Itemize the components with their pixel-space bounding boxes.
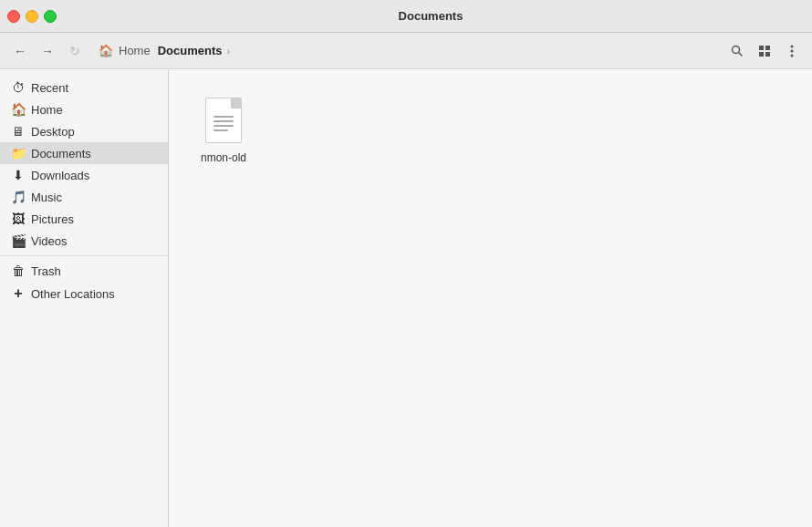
- pictures-icon: 🖼: [11, 212, 26, 226]
- sidebar-label-pictures: Pictures: [31, 212, 157, 226]
- sidebar-label-music: Music: [31, 191, 157, 204]
- sidebar-item-trash[interactable]: 🗑 Trash: [0, 260, 168, 282]
- svg-point-8: [791, 54, 794, 57]
- sidebar-item-documents[interactable]: 📁 Documents: [0, 142, 168, 164]
- svg-line-1: [739, 52, 743, 56]
- sidebar-item-downloads[interactable]: ⬇ Downloads: [0, 164, 168, 186]
- search-icon: [730, 44, 744, 58]
- content-area[interactable]: nmon-old: [169, 69, 812, 527]
- grid-icon: [757, 44, 772, 58]
- file-line-4: [213, 129, 228, 131]
- nav-controls: ← → ↻: [7, 38, 88, 64]
- titlebar: Documents: [0, 0, 812, 33]
- grid-view-button[interactable]: [752, 38, 777, 64]
- file-name-nmon-old: nmon-old: [201, 151, 246, 166]
- file-icon-nmon-old: [202, 95, 245, 146]
- svg-rect-5: [765, 52, 770, 57]
- toolbar-actions: [724, 38, 805, 64]
- sidebar-label-home: Home: [31, 103, 157, 117]
- back-button[interactable]: ←: [7, 38, 33, 64]
- videos-icon: 🎬: [11, 233, 26, 248]
- sidebar-item-recent[interactable]: ⏱ Recent: [0, 77, 168, 98]
- file-line-3: [213, 125, 234, 127]
- svg-point-6: [791, 45, 794, 47]
- sidebar-item-pictures[interactable]: 🖼 Pictures: [0, 208, 168, 230]
- sidebar-label-desktop: Desktop: [31, 125, 157, 139]
- minimize-button[interactable]: [26, 10, 38, 23]
- music-icon: 🎵: [11, 190, 26, 204]
- breadcrumb-home-link[interactable]: Home: [115, 42, 154, 59]
- file-line-1: [213, 116, 234, 118]
- window-title: Documents: [57, 9, 805, 23]
- svg-point-7: [791, 49, 794, 52]
- sidebar-label-downloads: Downloads: [31, 169, 157, 182]
- sidebar-divider: [0, 255, 168, 256]
- forward-icon: →: [41, 44, 54, 58]
- sidebar-label-other-locations: Other Locations: [31, 287, 157, 301]
- sidebar-label-trash: Trash: [31, 264, 157, 278]
- toolbar: ← → ↻ 🏠 Home Documents ›: [0, 33, 812, 69]
- home-sidebar-icon: 🏠: [11, 102, 26, 117]
- search-button[interactable]: [724, 38, 750, 64]
- sidebar-item-home[interactable]: 🏠 Home: [0, 98, 168, 120]
- sidebar-label-recent: Recent: [31, 81, 157, 95]
- file-lines: [213, 116, 234, 131]
- trash-icon: 🗑: [11, 264, 26, 278]
- desktop-icon: 🖥: [11, 124, 26, 139]
- reload-icon: ↻: [69, 44, 80, 58]
- sidebar-item-music[interactable]: 🎵 Music: [0, 186, 168, 208]
- breadcrumb-current: Documents: [154, 42, 226, 59]
- other-locations-icon: +: [11, 285, 26, 302]
- menu-icon: [785, 44, 799, 58]
- close-button[interactable]: [7, 10, 20, 23]
- sidebar-item-desktop[interactable]: 🖥 Desktop: [0, 120, 168, 142]
- documents-icon: 📁: [11, 146, 26, 160]
- sidebar-label-documents: Documents: [31, 147, 157, 160]
- file-item-nmon-old[interactable]: nmon-old: [187, 88, 260, 173]
- sidebar-label-videos: Videos: [31, 234, 157, 248]
- sidebar-item-other-locations[interactable]: + Other Locations: [0, 282, 168, 305]
- main-layout: ⏱ Recent 🏠 Home 🖥 Desktop 📁 Documents ⬇ …: [0, 69, 812, 527]
- back-icon: ←: [14, 44, 26, 58]
- svg-rect-3: [765, 46, 770, 50]
- file-line-2: [213, 120, 234, 122]
- recent-icon: ⏱: [11, 80, 26, 95]
- breadcrumb: 🏠 Home Documents ›: [99, 42, 713, 59]
- sidebar-item-videos[interactable]: 🎬 Videos: [0, 230, 168, 252]
- home-icon: 🏠: [99, 44, 113, 57]
- sidebar: ⏱ Recent 🏠 Home 🖥 Desktop 📁 Documents ⬇ …: [0, 69, 169, 527]
- menu-button[interactable]: [779, 38, 805, 64]
- svg-rect-2: [759, 46, 764, 50]
- breadcrumb-arrow: ›: [226, 46, 230, 57]
- file-grid: nmon-old: [187, 88, 794, 173]
- svg-rect-4: [759, 52, 764, 57]
- downloads-icon: ⬇: [11, 168, 26, 182]
- forward-button[interactable]: →: [35, 38, 60, 64]
- reload-button[interactable]: ↻: [62, 38, 88, 64]
- file-paper-nmon-old: [205, 98, 242, 143]
- titlebar-controls: [7, 10, 57, 23]
- maximize-button[interactable]: [44, 10, 57, 23]
